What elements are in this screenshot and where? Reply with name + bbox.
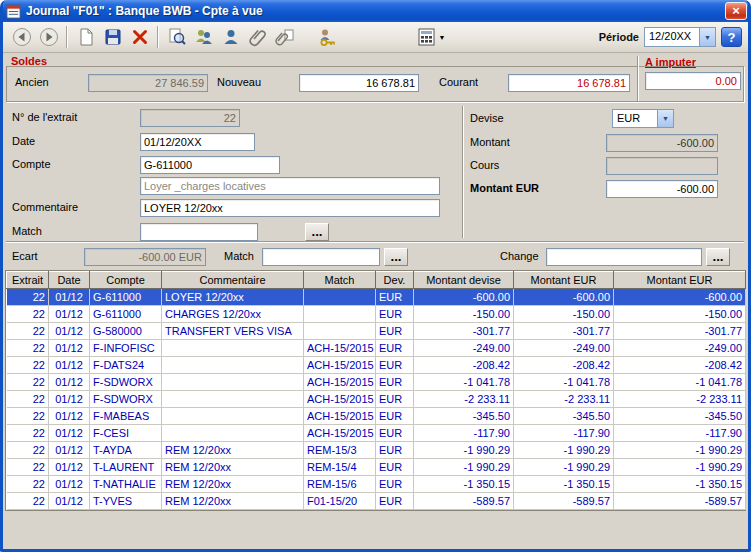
ecart-match-label: Match — [224, 250, 254, 262]
montant-eur-field[interactable]: -600.00 — [606, 180, 718, 198]
table-row[interactable]: 22 01/12 T-YVES REM 12/20xx F01-15/20 EU… — [7, 493, 746, 510]
match-field[interactable] — [140, 223, 258, 241]
compte-description-field: Loyer _charges locatives — [140, 177, 440, 195]
compte-label: Compte — [12, 158, 51, 170]
paperclip-icon — [248, 27, 268, 47]
form-divider — [462, 106, 464, 238]
ecart-match-field[interactable] — [262, 248, 380, 266]
col-header-montant-eur-2[interactable]: Montant EUR — [614, 272, 746, 289]
periode-area: Période 12/20XX ▼ ? — [599, 27, 742, 47]
app-window: Journal "F01" : Banque BWB - Cpte à vue … — [0, 0, 751, 552]
titlebar: Journal "F01" : Banque BWB - Cpte à vue … — [0, 0, 751, 22]
ecart-separator — [6, 241, 744, 243]
change-field[interactable] — [546, 248, 702, 266]
close-button[interactable]: × — [725, 2, 747, 20]
montant-field[interactable]: -600.00 — [606, 134, 718, 152]
table-row[interactable]: 22 01/12 T-AYDA REM 12/20xx REM-15/3 EUR… — [7, 442, 746, 459]
date-field[interactable]: 01/12/20XX — [140, 133, 255, 151]
paperclip-button[interactable] — [245, 25, 270, 50]
ecart-label: Ecart — [12, 250, 38, 262]
col-header-montant-devise[interactable]: Montant devise — [414, 272, 514, 289]
devise-value: EUR — [613, 110, 657, 127]
a-imputer-field[interactable]: 0.00 — [645, 72, 741, 90]
delete-button[interactable] — [127, 25, 152, 50]
ancien-label: Ancien — [15, 76, 49, 88]
devise-dropdown-icon[interactable]: ▼ — [657, 110, 673, 127]
table-row[interactable]: 22 01/12 F-MABEAS ACH-15/2015 EUR -345.5… — [7, 408, 746, 425]
toolbar: ▼ Période 12/20XX ▼ ? — [3, 22, 748, 53]
security-key-button[interactable] — [315, 25, 340, 50]
search-preview-button[interactable] — [164, 25, 189, 50]
entries-grid: Extrait Date Compte Commentaire Match De… — [5, 270, 746, 511]
attach-file-button[interactable] — [272, 25, 297, 50]
date-label: Date — [12, 135, 35, 147]
cours-label: Cours — [470, 159, 499, 171]
table-row[interactable]: 22 01/12 T-LAURENT REM 12/20xx REM-15/4 … — [7, 459, 746, 476]
user-icon — [221, 27, 241, 47]
help-button[interactable]: ? — [721, 27, 742, 47]
forward-icon — [39, 27, 59, 47]
calculator-grid-icon — [417, 27, 437, 47]
col-header-match[interactable]: Match — [304, 272, 376, 289]
ancien-field[interactable]: 27 846.59 — [88, 74, 208, 92]
delete-icon — [130, 27, 150, 47]
back-button[interactable] — [9, 25, 34, 50]
back-icon — [12, 27, 32, 47]
match-label: Match — [12, 225, 42, 237]
devise-label: Devise — [470, 112, 504, 124]
col-header-compte[interactable]: Compte — [90, 272, 162, 289]
nouveau-label: Nouveau — [217, 76, 261, 88]
table-body: 22 01/12 G-611000 LOYER 12/20xx EUR -600… — [7, 289, 746, 510]
col-header-dev[interactable]: Dev. — [376, 272, 414, 289]
save-icon — [103, 27, 123, 47]
change-lookup-button[interactable]: ... — [706, 248, 730, 266]
forward-button[interactable] — [36, 25, 61, 50]
col-header-montant-eur[interactable]: Montant EUR — [514, 272, 614, 289]
periode-dropdown-icon[interactable]: ▼ — [699, 28, 715, 46]
attach-file-icon — [275, 27, 295, 47]
table-row[interactable]: 22 01/12 G-611000 LOYER 12/20xx EUR -600… — [7, 289, 746, 306]
periode-label: Période — [599, 31, 639, 43]
compte-field[interactable]: G-611000 — [140, 156, 280, 174]
users-button[interactable] — [191, 25, 216, 50]
toolbar-separator — [157, 26, 159, 48]
montant-label: Montant — [470, 136, 510, 148]
table-row[interactable]: 22 01/12 F-CESI ACH-15/2015 EUR -117.90 … — [7, 425, 746, 442]
cours-field[interactable] — [606, 157, 718, 175]
user-button[interactable] — [218, 25, 243, 50]
new-document-button[interactable] — [73, 25, 98, 50]
table-row[interactable]: 22 01/12 G-611000 CHARGES 12/20xx EUR -1… — [7, 306, 746, 323]
periode-value: 12/20XX — [645, 28, 699, 46]
col-header-commentaire[interactable]: Commentaire — [162, 272, 304, 289]
save-button[interactable] — [100, 25, 125, 50]
table-row[interactable]: 22 01/12 F-INFOFISC ACH-15/2015 EUR -249… — [7, 340, 746, 357]
montant-eur-label: Montant EUR — [470, 182, 539, 194]
a-imputer-label: A imputer — [645, 56, 696, 68]
nouveau-field[interactable]: 16 678.81 — [299, 74, 419, 92]
app-icon — [6, 4, 21, 19]
soldes-divider — [637, 56, 639, 101]
users-icon — [194, 27, 214, 47]
calculator-caret-icon: ▼ — [439, 34, 446, 41]
calculator-grid-button[interactable]: ▼ — [412, 25, 450, 50]
ecart-field[interactable]: -600.00 EUR — [84, 248, 206, 266]
table-row[interactable]: 22 01/12 F-DATS24 ACH-15/2015 EUR -208.4… — [7, 357, 746, 374]
commentaire-field[interactable]: LOYER 12/20xx — [140, 199, 440, 217]
key-user-icon — [318, 27, 338, 47]
ecart-match-lookup-button[interactable]: ... — [384, 248, 408, 266]
col-header-extrait[interactable]: Extrait — [7, 272, 49, 289]
col-header-date[interactable]: Date — [49, 272, 90, 289]
table-row[interactable]: 22 01/12 F-SDWORX ACH-15/2015 EUR -1 041… — [7, 374, 746, 391]
match-lookup-button[interactable]: ... — [305, 223, 329, 241]
courant-label: Courant — [439, 76, 478, 88]
courant-field[interactable]: 16 678.81 — [508, 74, 630, 92]
extrait-field[interactable]: 22 — [140, 109, 240, 127]
search-preview-icon — [167, 27, 187, 47]
entries-table: Extrait Date Compte Commentaire Match De… — [6, 271, 746, 510]
table-row[interactable]: 22 01/12 F-SDWORX ACH-15/2015 EUR -2 233… — [7, 391, 746, 408]
table-row[interactable]: 22 01/12 T-NATHALIE REM 12/20xx REM-15/6… — [7, 476, 746, 493]
periode-select[interactable]: 12/20XX ▼ — [644, 27, 716, 47]
commentaire-label: Commentaire — [12, 201, 78, 213]
table-row[interactable]: 22 01/12 G-580000 TRANSFERT VERS VISA EU… — [7, 323, 746, 340]
devise-select[interactable]: EUR ▼ — [612, 109, 674, 128]
